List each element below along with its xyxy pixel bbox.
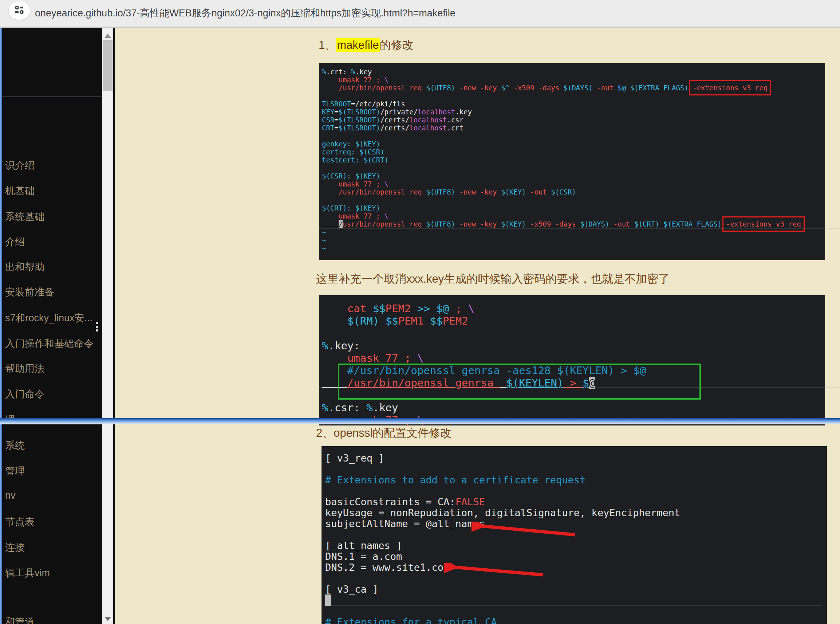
code-line: ~	[322, 244, 825, 252]
vim-cursorline-rule-3	[324, 605, 822, 605]
code-line: umask 77 ; \	[322, 76, 825, 84]
code-line	[325, 595, 827, 606]
sidebar-scrollbar[interactable]	[102, 28, 113, 624]
key-rule-code-block: cat $$PEM2 >> $@ ; \ $(RM) $$PEM1 $$PEM2…	[319, 295, 825, 425]
code-line	[322, 327, 825, 340]
code-line: CSR=$(TLSROOT)/certs/localhost.csr	[322, 116, 825, 124]
code-line: cat $$PEM2 >> $@ ; \	[322, 302, 825, 315]
code-line: basicConstraints = CA:FALSE	[325, 496, 827, 507]
sidebar-item[interactable]: 节点表	[5, 516, 35, 528]
code-line: umask 77 ; \	[322, 180, 825, 188]
sidebar-item[interactable]: 辑工具vim	[5, 567, 50, 579]
sidebar-item[interactable]: 安装前准备	[5, 286, 54, 299]
scroll-down-arrow[interactable]	[105, 617, 111, 621]
sidebar-item[interactable]: 系统基础	[5, 210, 45, 223]
code-line: certreq: $(CSR)	[322, 148, 825, 156]
tune-icon	[14, 4, 25, 17]
sidebar-item[interactable]: 帮助用法	[5, 362, 45, 375]
code-line	[325, 606, 827, 617]
code-line: testcert: $(CRT)	[322, 156, 825, 164]
code-line: # Extensions to add to a certificate req…	[325, 475, 827, 486]
sidebar-item[interactable]: 和管道	[5, 615, 35, 624]
makefile-code-block: %.crt: %.key umask 77 ; \ /usr/bin/opens…	[319, 63, 825, 260]
site-settings-button[interactable]	[9, 2, 30, 20]
code-line: $(CRT): $(KEY)	[322, 204, 825, 212]
code-line: KEY=$(TLSROOT)/private/localhost.key	[322, 108, 825, 116]
code-line: [ v3_ca ]	[325, 584, 827, 595]
sidebar-item[interactable]: 出和帮助	[5, 261, 45, 273]
vim-cursor	[325, 595, 331, 606]
code-line	[322, 92, 825, 100]
vim-cursorline-rule-1	[319, 228, 840, 229]
sidebar-item[interactable]: 介绍	[5, 235, 25, 249]
code-line: keyUsage = nonRepudiation, digitalSignat…	[325, 507, 827, 518]
green-annotation-box	[338, 363, 701, 400]
code-line	[322, 196, 825, 204]
sidebar-item[interactable]: 连接	[5, 541, 25, 554]
sidebar-nav: 识介绍机基础系统基础介绍出和帮助安装前准备s7和rocky_linux安...入…	[2, 28, 102, 624]
sidebar-item[interactable]: 机基础	[5, 184, 35, 198]
paragraph: 这里补充一个取消xxx.key生成的时候输入密码的要求，也就是不加密了	[316, 271, 670, 287]
code-line: %.crt: %.key	[322, 68, 825, 76]
red-arrow-site1	[444, 563, 548, 579]
section-heading-2: 2、openssl的配置文件修改	[316, 425, 452, 441]
code-line: [ alt_names ]	[325, 540, 827, 551]
code-line: DNS.2 = www.site1.com	[325, 562, 827, 573]
sidebar-item[interactable]: s7和rocky_linux安...	[5, 312, 92, 324]
code-line	[325, 486, 827, 496]
sidebar-item[interactable]: 入门操作和基础命令	[5, 337, 94, 350]
scrollbar-thumb[interactable]	[103, 40, 113, 91]
code-line: TLSROOT=/etc/pki/tls	[322, 100, 825, 108]
code-line: %.csr: %.key	[322, 402, 825, 414]
scroll-up-arrow[interactable]	[105, 34, 111, 38]
code-line	[322, 132, 825, 140]
code-line: umask 77 ; \	[322, 352, 825, 364]
code-line: genkey: $(KEY)	[322, 140, 825, 148]
vim-cursor: /	[339, 220, 343, 228]
sidebar-divider	[2, 97, 102, 97]
red-annotation-box: -extensions v3_req	[692, 84, 768, 92]
code-line: /usr/bin/openssl req $(UTF8) -new -key $…	[322, 84, 825, 92]
browser-window: oneyearice.github.io/37-高性能WEB服务nginx02/…	[0, 0, 840, 624]
red-annotation-box: -extensions v3_req	[726, 220, 801, 228]
section-heading-1: 1、makefile的修改	[319, 37, 414, 53]
code-line: ~	[322, 228, 825, 236]
code-line: [ v3_req ]	[325, 453, 827, 464]
main-content: 1、makefile的修改 %.crt: %.key umask 77 ; \ …	[115, 28, 840, 624]
heading1-prefix: 1、	[319, 39, 336, 51]
code-line: $(RM) $$PEM1 $$PEM2	[322, 315, 825, 327]
code-line: DNS.1 = a.com	[325, 551, 827, 562]
sidebar-item[interactable]: 系统	[5, 439, 25, 452]
sidebar-item[interactable]: 入门命令	[5, 388, 45, 401]
browser-toolbar: oneyearice.github.io/37-高性能WEB服务nginx02/…	[0, 0, 840, 28]
window-splitter[interactable]	[0, 418, 840, 425]
code-line: CRT=$(TLSROOT)/certs/localhost.crt	[322, 124, 825, 132]
code-line: %.key:	[322, 340, 825, 352]
code-line	[322, 164, 825, 172]
sidebar-item[interactable]: 管理	[5, 465, 25, 477]
sidebar-item[interactable]: nv	[5, 490, 15, 501]
code-line: /usr/bin/openssl req $(UTF8) -new -key $…	[322, 188, 825, 196]
red-arrow-alt-names	[472, 522, 579, 539]
code-line	[325, 573, 827, 584]
search-highlight: makefile	[336, 38, 379, 52]
address-bar[interactable]: oneyearice.github.io/37-高性能WEB服务nginx02/…	[35, 0, 456, 26]
code-line: /usr/bin/openssl req $(UTF8) -new -key $…	[322, 220, 825, 228]
code-line: ~	[322, 236, 825, 244]
code-line	[325, 464, 827, 475]
code-line: # Extensions for a typical CA	[325, 617, 827, 624]
code-line: umask 77 ; \	[322, 212, 825, 220]
sidebar-item[interactable]: 识介绍	[5, 159, 35, 172]
page-window: 识介绍机基础系统基础介绍出和帮助安装前准备s7和rocky_linux安...入…	[0, 28, 840, 624]
sidebar-resize-handle[interactable]	[96, 322, 100, 334]
code-line: $(CSR): $(KEY)	[322, 172, 825, 180]
heading1-suffix: 的修改	[380, 39, 414, 51]
